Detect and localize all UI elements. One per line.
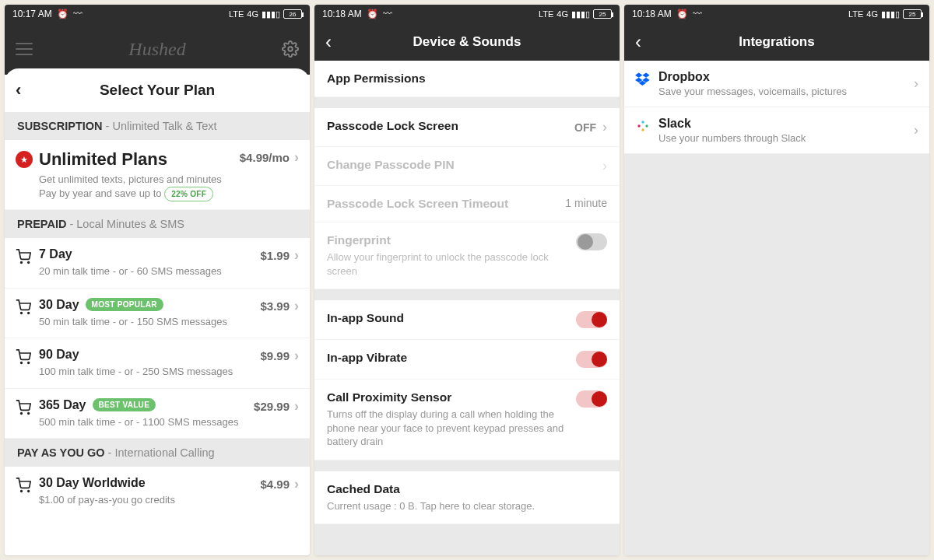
slack-icon [635, 117, 658, 134]
plan-unlimited[interactable]: ★ Unlimited Plans Get unlimited texts, p… [5, 140, 310, 210]
net-icon: 4G [866, 9, 878, 19]
nav-header: ‹ Integrations [624, 23, 929, 61]
settings-icon[interactable] [282, 40, 299, 58]
lte-icon: LTE [229, 9, 244, 19]
chevron-right-icon: › [294, 348, 299, 364]
divider [314, 97, 620, 108]
empty-area [314, 524, 620, 555]
svg-point-6 [28, 362, 30, 364]
plan-icon: ★ [16, 151, 33, 168]
row-app-permissions[interactable]: App Permissions [314, 61, 620, 97]
status-bar: 10:18 AM ⏰ 〰 LTE 4G ▮▮▮▯ 25 [314, 5, 620, 23]
page-title: Select Your Plan [100, 82, 215, 99]
cart-icon [16, 398, 39, 415]
cart-icon [16, 298, 39, 315]
fingerprint-toggle [576, 233, 607, 250]
nav-header: ‹ Device & Sounds [314, 23, 620, 61]
svg-rect-12 [641, 121, 644, 123]
status-time: 10:18 AM [322, 9, 362, 19]
integration-slack[interactable]: Slack Use your numbers through Slack › [624, 107, 929, 154]
row-cached-data[interactable]: Cached Data Current usage : 0 B. Tap her… [314, 471, 620, 525]
row-passcode-lock[interactable]: Passcode Lock Screen OFF› [314, 108, 620, 147]
svg-point-1 [21, 262, 23, 264]
row-inapp-vibrate[interactable]: In-app Vibrate [314, 340, 620, 380]
row-inapp-sound[interactable]: In-app Sound [314, 300, 620, 340]
page-header: ‹ Select Your Plan [5, 68, 310, 112]
screen-integrations: 10:18 AM ⏰ 〰 LTE 4G ▮▮▮▯ 25 ‹ Integratio… [624, 5, 929, 555]
chevron-right-icon: › [914, 122, 918, 138]
svg-rect-14 [641, 128, 644, 131]
signal-icon: ▮▮▮▯ [262, 9, 280, 19]
net-icon: 4G [247, 9, 258, 19]
alarm-icon: ⏰ [676, 9, 688, 19]
cart-icon [16, 247, 39, 264]
divider [314, 289, 620, 300]
divider [314, 460, 620, 471]
alarm-icon: ⏰ [57, 9, 68, 19]
plan-365day[interactable]: 365 DayBEST VALUE 500 min talk time - or… [5, 389, 310, 439]
svg-rect-11 [637, 124, 640, 127]
svg-point-4 [28, 312, 30, 313]
app-logo: Hushed [128, 39, 185, 60]
svg-point-5 [21, 362, 23, 364]
signal-icon: ▮▮▮▯ [881, 9, 900, 19]
battery-icon: 25 [593, 9, 612, 19]
chevron-right-icon: › [602, 119, 607, 135]
cart-icon [16, 348, 39, 365]
dropbox-icon [635, 70, 658, 89]
row-fingerprint: Fingerprint Allow your fingerprint to un… [314, 222, 620, 289]
svg-point-3 [21, 312, 23, 313]
lte-icon: LTE [539, 9, 553, 19]
status-bar: 10:17 AM ⏰ 〰 LTE 4G ▮▮▮▯ 26 [5, 5, 310, 23]
chevron-right-icon: › [294, 298, 299, 314]
svg-point-10 [28, 491, 30, 492]
row-proximity[interactable]: Call Proximity Sensor Turns off the disp… [314, 380, 620, 460]
page-title: Integrations [739, 34, 814, 50]
chevron-right-icon: › [914, 75, 918, 92]
section-subscription: SUBSCRIPTION - Unlimited Talk & Text [5, 112, 310, 140]
vibrate-toggle[interactable] [576, 351, 607, 368]
status-time: 10:18 AM [632, 9, 672, 19]
svg-point-7 [21, 412, 23, 414]
section-prepaid: PREPAID - Local Minutes & SMS [5, 210, 310, 238]
weather-icon: 〰 [383, 9, 392, 19]
chevron-right-icon: › [602, 158, 607, 174]
plan-worldwide[interactable]: 30 Day Worldwide $1.00 of pay-as-you go … [5, 467, 310, 516]
proximity-toggle[interactable] [576, 390, 607, 408]
back-icon[interactable]: ‹ [325, 31, 332, 53]
svg-point-2 [28, 262, 30, 264]
chevron-right-icon: › [294, 398, 299, 415]
cart-icon [16, 476, 39, 493]
lte-icon: LTE [848, 9, 863, 19]
menu-icon[interactable] [16, 43, 33, 55]
plan-30day[interactable]: 30 DayMOST POPULAR 50 min talk time - or… [5, 289, 310, 339]
svg-point-8 [28, 412, 30, 414]
back-icon[interactable]: ‹ [635, 31, 641, 53]
sound-toggle[interactable] [576, 311, 607, 328]
screen-device-sounds: 10:18 AM ⏰ 〰 LTE 4G ▮▮▮▯ 25 ‹ Device & S… [314, 5, 620, 555]
svg-rect-13 [645, 124, 648, 127]
net-icon: 4G [557, 9, 568, 19]
status-bar: 10:18 AM ⏰ 〰 LTE 4G ▮▮▮▯ 25 [624, 5, 929, 23]
section-payg: PAY AS YOU GO - International Calling [5, 439, 310, 467]
alarm-icon: ⏰ [367, 9, 378, 19]
chevron-right-icon: › [294, 476, 299, 492]
chevron-right-icon: › [294, 247, 299, 264]
svg-point-0 [288, 47, 293, 51]
passcode-value: OFF [574, 121, 596, 134]
value-badge: BEST VALUE [93, 398, 156, 411]
plan-90day[interactable]: 90 Day 100 min talk time - or - 250 SMS … [5, 338, 310, 389]
chevron-right-icon: › [294, 149, 299, 166]
signal-icon: ▮▮▮▯ [571, 9, 590, 19]
discount-badge: 22% OFF [164, 187, 213, 201]
back-icon[interactable]: ‹ [16, 80, 21, 100]
row-change-pin: Change Passcode PIN › [314, 147, 620, 186]
weather-icon: 〰 [73, 9, 83, 19]
battery-icon: 25 [903, 9, 922, 19]
integration-dropbox[interactable]: Dropbox Save your messages, voicemails, … [624, 61, 929, 107]
plan-7day[interactable]: 7 Day 20 min talk time - or - 60 SMS mes… [5, 238, 310, 289]
status-time: 10:17 AM [12, 9, 52, 19]
page-title: Device & Sounds [413, 34, 521, 50]
popular-badge: MOST POPULAR [86, 298, 163, 311]
row-lock-timeout: Passcode Lock Screen Timeout 1 minute [314, 186, 620, 222]
